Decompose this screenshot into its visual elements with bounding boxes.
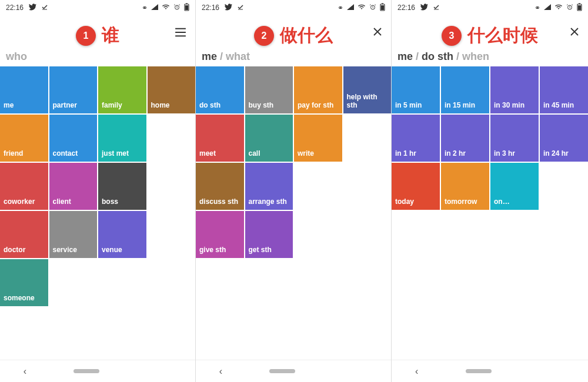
- svg-rect-10: [579, 3, 580, 4]
- breadcrumb: me / do sth / when: [392, 51, 588, 66]
- wifi-icon: [554, 4, 563, 12]
- breadcrumb-segment: me: [397, 51, 413, 62]
- tile-help-with-sth[interactable]: help with sth: [343, 66, 392, 113]
- tile-label: just met: [102, 149, 129, 158]
- tile-coworker[interactable]: coworker: [0, 163, 48, 210]
- tile-partner[interactable]: partner: [49, 66, 98, 113]
- tile-give-sth[interactable]: give sth: [196, 211, 244, 258]
- tile-someone[interactable]: someone: [0, 259, 48, 306]
- tile-call[interactable]: call: [245, 115, 293, 162]
- toolbar: [392, 15, 588, 51]
- check-icon: [41, 4, 48, 12]
- close-icon[interactable]: [569, 25, 580, 41]
- tile-today[interactable]: today: [392, 163, 440, 210]
- alarm-icon: [566, 4, 573, 12]
- nav-back-icon[interactable]: ‹: [415, 366, 418, 377]
- tile-meet[interactable]: meet: [196, 115, 244, 162]
- tile-label: contact: [53, 149, 78, 158]
- tile-label: in 2 hr: [445, 149, 466, 158]
- status-time: 22:16: [397, 4, 415, 12]
- tile-venue[interactable]: venue: [98, 211, 146, 258]
- tile-label: in 5 min: [395, 101, 422, 109]
- tile-in-2-hr[interactable]: in 2 hr: [441, 115, 489, 162]
- tile-label: buy sth: [249, 101, 274, 109]
- tile-in-5-min[interactable]: in 5 min: [392, 66, 440, 113]
- breadcrumb-segment: do sth: [422, 51, 453, 62]
- menu-icon[interactable]: [174, 25, 187, 41]
- tile-in-45-min[interactable]: in 45 min: [540, 66, 588, 113]
- tile-client[interactable]: client: [49, 163, 98, 210]
- tile-pay-for-sth[interactable]: pay for sth: [294, 66, 342, 113]
- tile-label: arrange sth: [249, 197, 287, 206]
- signal-icon: [347, 4, 354, 12]
- battery-icon: [184, 3, 189, 13]
- status-time: 22:16: [6, 4, 24, 12]
- tile-tomorrow[interactable]: tomorrow: [441, 163, 489, 210]
- close-icon[interactable]: [372, 25, 383, 41]
- tile-label: doctor: [4, 246, 25, 254]
- link-icon: ⚭: [534, 4, 540, 12]
- check-icon: [237, 4, 244, 12]
- tile-label: on…: [494, 197, 510, 206]
- tile-label: get sth: [249, 246, 272, 254]
- android-navbar: ‹: [196, 360, 391, 382]
- tile-label: me: [4, 101, 14, 109]
- tile-in-24-hr[interactable]: in 24 hr: [540, 115, 588, 162]
- tile-in-3-hr[interactable]: in 3 hr: [490, 115, 539, 162]
- tile-get-sth[interactable]: get sth: [245, 211, 293, 258]
- nav-back-icon[interactable]: ‹: [24, 366, 26, 377]
- breadcrumb-segment: when: [462, 51, 489, 62]
- tile-write[interactable]: write: [294, 115, 342, 162]
- tile-label: in 3 hr: [494, 149, 515, 158]
- tile-friend[interactable]: friend: [0, 115, 48, 162]
- tile-grid: mepartnerfamilyhomefriendcontactjust met…: [0, 66, 195, 306]
- tile-home[interactable]: home: [148, 66, 196, 113]
- status-bar: 22:16⚭: [392, 0, 588, 15]
- screen-2: 22:16⚭2做什么me / whatdo sthbuy sthpay for …: [196, 0, 392, 382]
- nav-home-pill[interactable]: [466, 369, 492, 373]
- tile-family[interactable]: family: [98, 66, 146, 113]
- tile-discuss-sth[interactable]: discuss sth: [196, 163, 244, 210]
- svg-rect-6: [382, 3, 383, 4]
- tile-in-1-hr[interactable]: in 1 hr: [392, 115, 440, 162]
- tile-me[interactable]: me: [0, 66, 48, 113]
- tile-doctor[interactable]: doctor: [0, 211, 48, 258]
- status-bar: 22:16⚭: [196, 0, 391, 15]
- breadcrumb: who: [0, 51, 195, 66]
- tile-just-met[interactable]: just met: [98, 115, 146, 162]
- tile-buy-sth[interactable]: buy sth: [245, 66, 293, 113]
- svg-rect-3: [185, 5, 188, 10]
- tile-do-sth[interactable]: do sth: [196, 66, 244, 113]
- tile-grid: in 5 minin 15 minin 30 minin 45 minin 1 …: [392, 66, 588, 210]
- twitter-icon: [224, 3, 232, 13]
- tile-on-[interactable]: on…: [490, 163, 539, 210]
- toolbar: [196, 15, 391, 51]
- tile-label: give sth: [199, 246, 226, 254]
- tile-boss[interactable]: boss: [98, 163, 146, 210]
- tile-label: boss: [102, 197, 118, 206]
- tile-label: pay for sth: [298, 101, 333, 109]
- alarm-icon: [369, 4, 376, 12]
- android-navbar: ‹: [392, 360, 588, 382]
- tile-label: discuss sth: [199, 197, 238, 206]
- tile-label: service: [53, 246, 77, 254]
- svg-rect-11: [578, 5, 581, 10]
- svg-rect-7: [381, 5, 384, 10]
- tile-label: home: [151, 101, 170, 109]
- svg-rect-2: [186, 3, 188, 4]
- tile-service[interactable]: service: [49, 211, 98, 258]
- nav-home-pill[interactable]: [269, 369, 295, 373]
- tile-empty: [343, 163, 392, 210]
- tile-arrange-sth[interactable]: arrange sth: [245, 163, 293, 210]
- breadcrumb-segment: who: [6, 51, 27, 62]
- android-navbar: ‹: [0, 360, 195, 382]
- tile-label: in 24 hr: [543, 149, 569, 158]
- nav-back-icon[interactable]: ‹: [219, 366, 222, 377]
- tile-grid: do sthbuy sthpay for sthhelp with sthmee…: [196, 66, 391, 258]
- battery-icon: [577, 3, 582, 13]
- tile-contact[interactable]: contact: [49, 115, 98, 162]
- nav-home-pill[interactable]: [74, 369, 99, 373]
- screen-3: 22:16⚭3什么时候me / do sth / whenin 5 minin …: [392, 0, 588, 382]
- tile-in-30-min[interactable]: in 30 min: [490, 66, 539, 113]
- tile-in-15-min[interactable]: in 15 min: [441, 66, 489, 113]
